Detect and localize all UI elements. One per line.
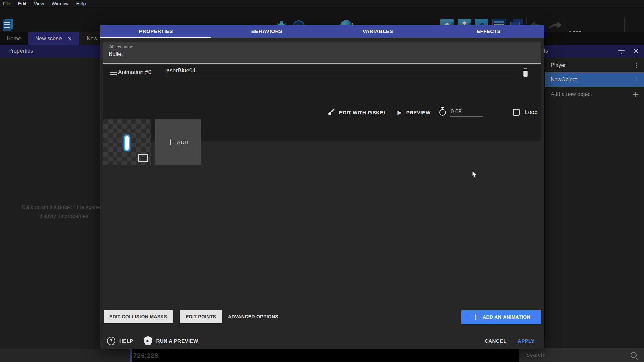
dialog-footer-left: ? HELP ▶ RUN A PREVIEW (107, 334, 198, 348)
edit-with-piskel-button[interactable]: EDIT WITH PISKEL (339, 110, 387, 115)
object-row-player[interactable]: Player ⋮ (545, 58, 644, 72)
add-object-label: Add a new object (551, 91, 592, 97)
add-an-animation-button[interactable]: + ADD AN ANIMATION (461, 310, 541, 324)
object-name-label: NewObject (551, 77, 577, 83)
menu-help[interactable]: Help (76, 1, 90, 6)
loop-label: Loop (525, 109, 538, 116)
redo-icon[interactable] (548, 21, 562, 31)
tab-behaviors[interactable]: BEHAVIORS (211, 25, 322, 38)
drag-handle-icon[interactable] (110, 70, 117, 77)
left-panel-footer (0, 349, 130, 362)
active-tab-underline (100, 37, 211, 38)
object-editor-dialog: PROPERTIES BEHAVIORS VARIABLES EFFECTS O… (100, 25, 544, 349)
stopwatch-icon (439, 109, 446, 116)
mouse-cursor (472, 171, 479, 178)
tab-effects[interactable]: EFFECTS (433, 25, 544, 38)
help-icon: ? (107, 337, 115, 345)
add-new-object-row[interactable]: Add a new object + (545, 87, 644, 101)
menu-file[interactable]: File (3, 1, 15, 6)
add-frame-button[interactable]: + ADD (155, 119, 201, 165)
advanced-options-button[interactable]: ADVANCED OPTIONS (223, 310, 283, 323)
preview-animation-button[interactable]: PREVIEW (406, 110, 431, 115)
kebab-menu-icon[interactable]: ⋮ (634, 76, 639, 83)
frame-thumbnail[interactable] (103, 119, 151, 165)
bullet-sprite-image (124, 135, 130, 151)
object-name-field[interactable]: Object name (103, 42, 541, 64)
play-icon: ▶ (397, 109, 401, 116)
run-a-preview-button[interactable]: RUN A PREVIEW (156, 338, 198, 344)
project-manager-icon[interactable] (3, 20, 11, 31)
edit-points-button[interactable]: EDIT POINTS (180, 310, 222, 323)
tab-variables[interactable]: VARIABLES (322, 25, 433, 38)
menu-edit[interactable]: Edit (18, 1, 31, 6)
apply-button[interactable]: APPLY (518, 338, 535, 344)
object-row-newobject-selected[interactable]: NewObject ⋮ (545, 72, 644, 87)
run-preview-icon: ▶ (144, 336, 152, 345)
search-input[interactable] (519, 352, 631, 358)
search-icon[interactable] (631, 352, 637, 358)
tab-properties[interactable]: PROPERTIES (100, 25, 211, 38)
tab-new-scene[interactable]: New scene × (28, 32, 79, 45)
close-panel-icon[interactable]: × (633, 47, 639, 55)
menu-bar: File Edit View Window Help (0, 0, 644, 7)
close-tab-icon[interactable]: × (67, 35, 72, 42)
loop-checkbox[interactable] (513, 109, 520, 116)
frame-checkbox[interactable] (138, 154, 148, 162)
delete-animation-icon[interactable] (522, 68, 529, 77)
edit-collision-masks-button[interactable]: EDIT COLLISION MASKS (104, 310, 173, 323)
menu-window[interactable]: Window (52, 1, 73, 6)
object-name-label: Object name (109, 44, 133, 49)
animation-card: Animation #0 EDIT WITH PISKEL ▶ PREVIEW … (103, 65, 541, 141)
tab-home[interactable]: Home (0, 32, 28, 45)
dialog-tab-bar: PROPERTIES BEHAVIORS VARIABLES EFFECTS (100, 25, 544, 38)
time-between-frames-input[interactable] (450, 108, 483, 117)
animation-tools-row: EDIT WITH PISKEL ▶ PREVIEW Loop (328, 106, 538, 119)
plus-icon: + (167, 138, 174, 146)
cursor-coordinates: 726;228 (133, 352, 158, 359)
animation-title: Animation #0 (118, 69, 151, 76)
filter-icon[interactable] (618, 49, 625, 55)
help-button[interactable]: HELP (119, 338, 133, 344)
object-name-label: Player (551, 62, 566, 68)
cancel-button[interactable]: CANCEL (485, 338, 507, 344)
scene-canvas[interactable] (132, 349, 519, 362)
properties-panel-title: Properties (8, 48, 33, 54)
animation-name-input[interactable] (165, 67, 515, 76)
menu-view[interactable]: View (34, 1, 48, 6)
toolbar-separator (565, 18, 565, 33)
plus-icon[interactable]: + (632, 89, 639, 99)
kebab-menu-icon[interactable]: ⋮ (634, 62, 639, 69)
toolbar-separator (624, 18, 625, 33)
object-name-input[interactable] (109, 51, 512, 58)
search-bar (519, 348, 644, 362)
plus-icon: + (472, 313, 479, 321)
brush-icon (328, 109, 334, 115)
objects-panel: Player ⋮ NewObject ⋮ Add a new object + (545, 58, 644, 348)
